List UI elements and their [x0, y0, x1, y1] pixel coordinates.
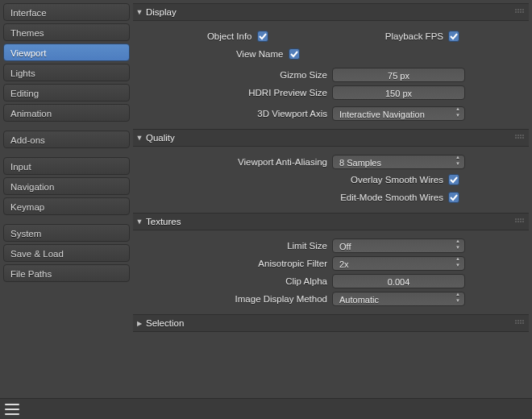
sidebar-item-lights[interactable]: Lights [3, 64, 130, 81]
sidebar-item-system[interactable]: System [3, 224, 130, 242]
panel-quality: Quality Viewport Anti-Aliasing 8 Samples [133, 129, 529, 213]
select-limit-size[interactable]: Off [332, 239, 465, 253]
collapse-icon [135, 8, 144, 16]
chevron-updown-icon [454, 239, 462, 250]
select-viewport-aa[interactable]: 8 Samples [332, 155, 465, 169]
panel-header-selection[interactable]: Selection [133, 314, 529, 332]
label-object-info: Object Info [207, 31, 252, 41]
drag-grip-icon[interactable] [515, 135, 525, 141]
checkbox-object-info[interactable] [257, 31, 268, 42]
label-playback-fps: Playback FPS [385, 31, 443, 41]
sidebar-item-animation[interactable]: Animation [3, 104, 130, 122]
select-value: Off [339, 242, 351, 251]
collapse-icon [135, 218, 144, 226]
sidebar-item-file-paths[interactable]: File Paths [3, 264, 130, 282]
sidebar-item-keymap[interactable]: Keymap [3, 197, 130, 215]
checkbox-editmode-smooth-wires[interactable] [448, 192, 459, 203]
sidebar-item-input[interactable]: Input [3, 157, 130, 175]
input-clip-alpha[interactable]: 0.004 [332, 274, 465, 288]
panel-title: Selection [144, 318, 184, 328]
panel-header-textures[interactable]: Textures [133, 213, 529, 230]
collapse-icon [135, 319, 144, 327]
drag-grip-icon[interactable] [515, 320, 525, 326]
label-image-display-method: Image Display Method [139, 294, 327, 304]
input-hdri-preview-size[interactable]: 150 px [332, 85, 465, 100]
sidebar-item-add-ons[interactable]: Add-ons [3, 131, 130, 148]
panel-title: Textures [144, 217, 181, 226]
label-viewport-aa: Viewport Anti-Aliasing [139, 157, 327, 167]
panel-textures: Textures Limit Size Off Anisotropic Filt… [133, 213, 529, 314]
checkbox-playback-fps[interactable] [448, 31, 459, 42]
select-value: 8 Samples [339, 158, 381, 168]
select-value: Automatic [339, 295, 379, 305]
panel-display: Display Object Info Playback FPS [133, 3, 529, 129]
preferences-sidebar: InterfaceThemesViewportLightsEditingAnim… [0, 0, 133, 419]
chevron-updown-icon [454, 106, 462, 118]
sidebar-item-save-load[interactable]: Save & Load [3, 244, 130, 262]
panel-selection: Selection [133, 314, 529, 332]
label-anisotropic-filter: Anisotropic Filter [139, 259, 327, 268]
label-limit-size: Limit Size [139, 241, 327, 251]
chevron-updown-icon [454, 292, 462, 303]
drag-grip-icon[interactable] [515, 218, 525, 225]
chevron-updown-icon [454, 155, 462, 166]
label-gizmo-size: Gizmo Size [139, 70, 327, 80]
select-value: 2x [339, 259, 349, 269]
panel-title: Quality [144, 133, 175, 143]
label-hdri-preview-size: HDRI Preview Size [139, 88, 327, 97]
checkbox-view-name[interactable] [289, 48, 300, 60]
chevron-updown-icon [454, 256, 462, 268]
label-3d-viewport-axis: 3D Viewport Axis [139, 109, 327, 118]
select-image-display-method[interactable]: Automatic [332, 292, 465, 306]
panel-title: Display [144, 7, 177, 17]
panel-header-display[interactable]: Display [133, 3, 529, 21]
sidebar-item-viewport[interactable]: Viewport [3, 44, 130, 61]
hamburger-menu-icon[interactable] [5, 404, 19, 415]
sidebar-item-editing[interactable]: Editing [3, 84, 130, 102]
select-anisotropic-filter[interactable]: 2x [332, 256, 465, 271]
sidebar-item-themes[interactable]: Themes [3, 23, 130, 41]
collapse-icon [135, 134, 144, 142]
label-editmode-smooth-wires: Edit-Mode Smooth Wires [340, 193, 443, 202]
label-overlay-smooth-wires: Overlay Smooth Wires [351, 175, 443, 185]
footer-bar [0, 398, 532, 419]
label-clip-alpha: Clip Alpha [139, 276, 327, 286]
label-view-name: View Name [236, 49, 284, 59]
select-3d-viewport-axis[interactable]: Interactive Navigation [332, 106, 465, 121]
drag-grip-icon[interactable] [515, 9, 525, 15]
checkbox-overlay-smooth-wires[interactable] [448, 174, 459, 185]
sidebar-item-navigation[interactable]: Navigation [3, 177, 130, 195]
sidebar-item-interface[interactable]: Interface [3, 3, 130, 21]
panel-header-quality[interactable]: Quality [133, 129, 529, 147]
input-gizmo-size[interactable]: 75 px [332, 68, 465, 82]
preferences-content: Display Object Info Playback FPS [133, 0, 532, 419]
select-value: Interactive Navigation [339, 110, 425, 119]
